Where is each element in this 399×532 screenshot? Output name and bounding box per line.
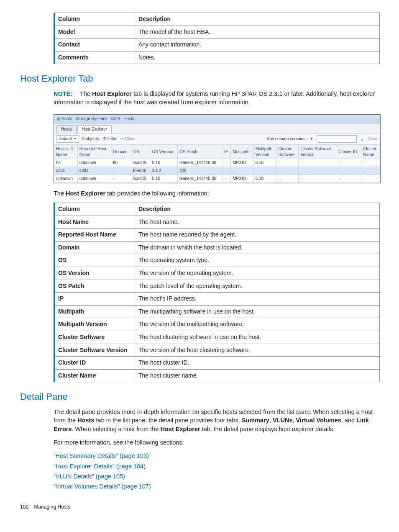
grid-cell: SunOS (131, 175, 150, 182)
table-row: MultipathThe multipathing software in us… (54, 305, 380, 318)
grid-cell: -- (337, 159, 361, 167)
cross-ref-link[interactable]: “Host Explorer Details” (page 104) (54, 463, 146, 470)
grid-cell: -- (299, 167, 337, 175)
clear-small-link[interactable]: ▭ Clear (120, 136, 135, 142)
grid-cell: 228 (177, 167, 222, 175)
grid-cell: -- (299, 159, 337, 167)
cell-column: OS Version (54, 267, 135, 280)
grid-cell: -- (299, 175, 337, 182)
column-header[interactable]: ClusterSoftware (276, 145, 299, 159)
th-description: Description (135, 13, 380, 26)
table-row: Host NameThe host name. (54, 216, 380, 229)
tab-bar: HostsHost Explorer (54, 123, 380, 133)
table-row: Cluster SoftwareThe host clustering soft… (54, 331, 380, 344)
column-header[interactable]: Cluster ID (337, 145, 361, 159)
cross-ref-link[interactable]: “Host Summary Details” (page 103) (54, 452, 149, 459)
filter-link[interactable]: ⚗ Filter (102, 136, 117, 142)
column-header[interactable]: Domain (111, 145, 131, 159)
tab-host-explorer[interactable]: Host Explorer (77, 125, 112, 133)
cell-description: The host clustering software in use on t… (135, 331, 380, 344)
cell-description: The host name reported by the agent. (135, 229, 380, 242)
grid-host-explorer: Host 2NameReported HostNameDomainOSOS Ve… (54, 145, 380, 183)
cross-ref-link[interactable]: “Virtual Volumes Details” (page 107) (54, 483, 151, 490)
search-input[interactable] (317, 135, 357, 143)
note-block: NOTE: The Host Explorer tab is displayed… (54, 90, 380, 107)
heading-host-explorer-tab: Host Explorer Tab (20, 72, 379, 85)
note-text-pre: The (80, 90, 92, 97)
window-icon: ▣ (56, 116, 60, 121)
cell-column: Domain (54, 241, 135, 254)
column-header[interactable]: Host 2Name (54, 145, 78, 159)
grid-cell: 5.10 (253, 175, 276, 182)
table-row: ModelThe model of the host HBA. (54, 26, 380, 39)
table-row: OS VersionThe version of the operating s… (54, 267, 380, 280)
cell-description: The model of the host HBA. (135, 26, 380, 39)
table-row: CommentsNotes. (54, 51, 380, 64)
cell-description: The version of the operating system. (135, 267, 380, 280)
intro-host-explorer: The Host Explorer tab provides the follo… (54, 189, 380, 198)
grid-cell: -- (276, 167, 299, 175)
clear-link[interactable]: Clear (368, 136, 378, 142)
toolbar: Default ▼ 3 objects ⚗ Filter ▭ Clear Any… (54, 133, 380, 145)
table-row: ContactAny contact information. (54, 39, 380, 51)
grid-cell: 5.10 (253, 159, 276, 167)
column-header[interactable]: OS Patch (177, 145, 222, 159)
cell-column: OS (54, 254, 135, 267)
grid-cell: MPXIO (231, 175, 253, 182)
default-dropdown-label: Default (59, 136, 72, 142)
grid-cell: s381 (77, 167, 111, 175)
cell-column: Contact (54, 39, 135, 51)
grid-cell: -- (337, 175, 361, 182)
grid-cell: -- (361, 175, 380, 182)
grid-row[interactable]: unknownunknown--SunOS5.10Generic_141445-… (54, 175, 380, 182)
table-top-columns: Column Description ModelThe model of the… (54, 13, 380, 64)
column-header[interactable]: Multipath (231, 145, 253, 159)
grid-cell: Generic_141445-09 (177, 159, 222, 167)
column-header[interactable]: IP (222, 145, 230, 159)
grid-row[interactable]: h5unknownlfuSunOS5.10Generic_141445-09--… (54, 159, 380, 167)
grid-row[interactable]: s381s381--InForm3.1.2228-------------- (54, 167, 380, 175)
grid-cell: -- (222, 167, 230, 175)
column-header[interactable]: MultipathVersion (253, 145, 276, 159)
page-footer: 102 Managing Hosts (20, 504, 379, 511)
cell-column: Host Name (54, 216, 135, 229)
table-row: OSThe operating system type. (54, 254, 380, 267)
grid-cell: -- (111, 167, 131, 175)
sort-asc-icon (66, 148, 69, 150)
grid-cell: 5.10 (150, 159, 177, 167)
column-header[interactable]: Reported HostName (77, 145, 111, 159)
cell-description: The version of the host clustering softw… (135, 344, 380, 357)
cell-column: Cluster Name (54, 369, 135, 382)
grid-cell: -- (361, 167, 380, 175)
chevron-down-icon[interactable]: ▼ (310, 136, 313, 141)
cell-description: The operating system type. (135, 254, 380, 267)
default-dropdown[interactable]: Default ▼ (56, 135, 79, 143)
export-icon[interactable]: ⭳ (360, 136, 364, 142)
table-row: Multipath VersionThe version of the mult… (54, 318, 380, 331)
window-title: ▣ Hosts : Storage Systems : s324 : Hosts (54, 115, 380, 123)
grid-cell: unknown (54, 175, 78, 182)
table-host-explorer-columns: Column Description Host NameThe host nam… (54, 203, 380, 382)
cross-ref-link[interactable]: “VLUN Details” (page 105) (54, 473, 125, 480)
cell-column: OS Patch (54, 280, 135, 293)
table-row: DomainThe domain in which the host is lo… (54, 241, 380, 254)
column-header[interactable]: OS (131, 145, 150, 159)
table-row: OS PatchThe patch level of the operating… (54, 280, 380, 293)
grid-cell: h5 (54, 159, 78, 167)
detail-pane-para2: For more information, see the following … (54, 438, 380, 447)
grid-cell: -- (361, 159, 380, 167)
tab-hosts[interactable]: Hosts (56, 125, 77, 133)
grid-cell: -- (222, 175, 230, 182)
cell-column: Model (54, 26, 135, 39)
column-header[interactable]: OS Version (150, 145, 177, 159)
intro-post: tab provides the following information: (105, 190, 209, 197)
cell-description: The host name. (135, 216, 380, 229)
column-header[interactable]: ClusterName (361, 145, 380, 159)
column-header[interactable]: Cluster SoftwareVersion (299, 145, 337, 159)
table-row: Cluster NameThe host cluster name. (54, 369, 380, 382)
screenshot-host-explorer: ▣ Hosts : Storage Systems : s324 : Hosts… (54, 114, 381, 183)
heading-detail-pane: Detail Pane (20, 391, 379, 403)
footer-section: Managing Hosts (34, 504, 70, 510)
cell-description: Notes. (135, 51, 380, 64)
grid-cell: -- (111, 175, 131, 182)
